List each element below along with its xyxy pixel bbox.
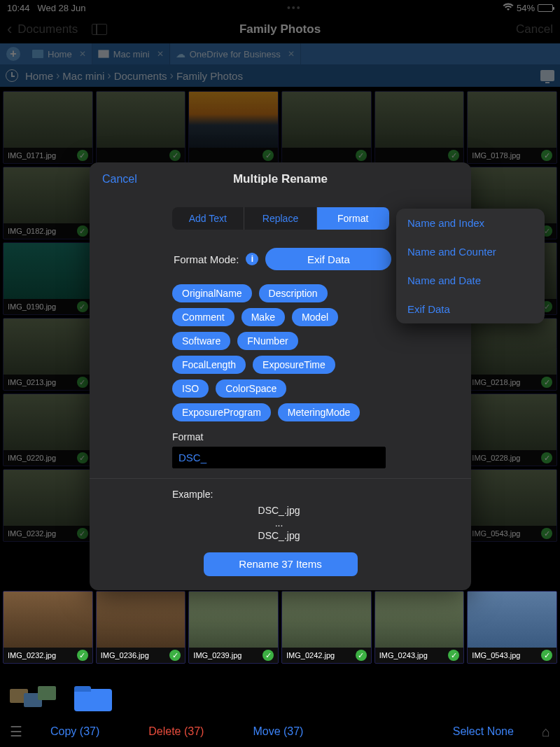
- exif-chip[interactable]: ColorSpace: [216, 379, 286, 398]
- wifi-icon: [503, 3, 514, 13]
- photo-thumbnail[interactable]: IMG_0228.jpg✓: [467, 393, 557, 466]
- segment-replace[interactable]: Replace: [244, 207, 317, 230]
- info-icon[interactable]: i: [246, 253, 258, 265]
- exif-chip[interactable]: Software: [172, 332, 230, 350]
- back-chevron-icon[interactable]: ‹: [7, 20, 12, 39]
- destination-folder-icon[interactable]: [69, 686, 118, 714]
- crumb[interactable]: Family Photos: [176, 70, 243, 82]
- exif-chip[interactable]: Comment: [172, 308, 234, 326]
- selected-check-icon: ✓: [262, 150, 274, 161]
- photo-thumbnail[interactable]: IMG_0232.jpg✓: [3, 591, 93, 664]
- delete-button[interactable]: Delete (37): [148, 725, 204, 738]
- exif-chip[interactable]: ExposureProgram: [172, 403, 271, 421]
- battery-icon: [538, 4, 553, 12]
- popover-option-name-index[interactable]: Name and Index: [396, 209, 545, 237]
- selected-check-icon: ✓: [541, 150, 552, 161]
- new-tab-button[interactable]: +: [0, 43, 27, 64]
- mode-segmented-control: Add Text Replace Format: [172, 207, 389, 230]
- selected-check-icon: ✓: [77, 225, 88, 237]
- chevron-right-icon: ›: [56, 69, 59, 82]
- home-icon[interactable]: ⌂: [542, 724, 550, 740]
- photo-thumbnail[interactable]: ✓: [96, 91, 186, 164]
- crumb[interactable]: Home: [25, 70, 53, 82]
- thumbnail-filename: IMG_0243.jpg: [379, 651, 428, 659]
- back-label[interactable]: Documents: [18, 22, 78, 36]
- photo-thumbnail[interactable]: ✓: [188, 91, 279, 164]
- photo-thumbnail[interactable]: IMG_0213.jpg✓: [3, 318, 93, 391]
- thumbnail-filename: IMG_0182.jpg: [8, 227, 56, 235]
- photo-thumbnail[interactable]: IMG_0236.jpg✓: [96, 591, 186, 664]
- photo-thumbnail[interactable]: IMG_0543.jpg✓: [467, 469, 557, 542]
- crumb[interactable]: Documents: [114, 70, 167, 82]
- selection-stack-icon[interactable]: [10, 686, 59, 714]
- selected-check-icon: ✓: [541, 452, 552, 463]
- close-icon[interactable]: ✕: [157, 49, 164, 59]
- exif-chip[interactable]: OriginalName: [172, 284, 252, 302]
- modal-cancel-button[interactable]: Cancel: [102, 173, 137, 186]
- photo-thumbnail[interactable]: IMG_0220.jpg✓: [3, 393, 93, 466]
- bottom-toolbar: ☰ Copy (37) Delete (37) Move (37) Select…: [0, 684, 560, 747]
- status-time-date: 10:44 Wed 28 Jun: [7, 3, 86, 13]
- example-line: DSC_.jpg: [172, 529, 386, 542]
- popover-option-name-counter[interactable]: Name and Counter: [396, 237, 545, 266]
- photo-grid-row-visible: IMG_0232.jpg✓IMG_0236.jpg✓IMG_0239.jpg✓I…: [3, 591, 557, 666]
- exif-chip[interactable]: ISO: [172, 379, 209, 398]
- selected-check-icon: ✓: [448, 650, 459, 661]
- monitor-icon: [98, 50, 109, 58]
- photo-thumbnail[interactable]: IMG_0218.jpg✓: [467, 318, 557, 391]
- photo-thumbnail[interactable]: ✓: [374, 91, 465, 164]
- photo-thumbnail[interactable]: IMG_0182.jpg✓: [3, 167, 93, 239]
- copy-button[interactable]: Copy (37): [50, 725, 99, 738]
- photo-thumbnail[interactable]: IMG_0543.jpg✓: [467, 591, 557, 664]
- select-none-button[interactable]: Select None: [453, 725, 514, 738]
- segment-add-text[interactable]: Add Text: [172, 207, 245, 230]
- nav-header: ‹ Documents Family Photos Cancel: [0, 15, 560, 43]
- thumbnail-filename: IMG_0232.jpg: [8, 529, 56, 538]
- popover-option-exif-data[interactable]: Exif Data: [396, 295, 545, 323]
- photo-thumbnail[interactable]: IMG_0239.jpg✓: [188, 591, 279, 664]
- tab-label: Mac mini: [113, 49, 150, 60]
- screen-share-icon[interactable]: [540, 70, 554, 81]
- photo-thumbnail[interactable]: IMG_0242.jpg✓: [281, 591, 372, 664]
- page-title: Family Photos: [147, 22, 413, 36]
- photo-thumbnail[interactable]: IMG_0232.jpg✓: [3, 469, 93, 542]
- format-input[interactable]: [172, 447, 386, 468]
- photo-thumbnail[interactable]: IMG_0243.jpg✓: [374, 591, 465, 664]
- exif-chip[interactable]: Make: [241, 308, 285, 326]
- battery-percent: 54%: [517, 3, 535, 13]
- photo-thumbnail[interactable]: IMG_0190.jpg✓: [3, 242, 93, 315]
- menu-icon[interactable]: ☰: [10, 723, 22, 740]
- selected-check-icon: ✓: [541, 528, 552, 539]
- exif-chip[interactable]: FNumber: [237, 332, 298, 350]
- popover-option-name-date[interactable]: Name and Date: [396, 266, 545, 295]
- exif-chip[interactable]: ExposureTime: [253, 356, 335, 374]
- photo-thumbnail[interactable]: ✓: [281, 91, 372, 164]
- modal-title: Multiple Rename: [90, 172, 471, 186]
- rename-button[interactable]: Rename 37 Items: [204, 552, 358, 576]
- close-icon[interactable]: ✕: [79, 49, 86, 59]
- move-button[interactable]: Move (37): [253, 725, 303, 738]
- crumb[interactable]: Mac mini: [62, 70, 104, 82]
- history-icon[interactable]: [6, 69, 18, 82]
- format-field-label: Format: [172, 431, 457, 442]
- exif-chip[interactable]: Model: [292, 308, 338, 326]
- thumbnail-filename: IMG_0178.jpg: [472, 151, 520, 160]
- tab-mac-mini[interactable]: Mac mini ✕: [92, 43, 170, 64]
- close-icon[interactable]: ✕: [288, 49, 295, 59]
- segment-format[interactable]: Format: [317, 207, 389, 230]
- format-mode-selector[interactable]: Exif Data: [265, 248, 391, 270]
- selected-check-icon: ✓: [541, 377, 552, 388]
- thumbnail-filename: IMG_0171.jpg: [8, 151, 56, 160]
- nav-cancel-button[interactable]: Cancel: [516, 22, 553, 36]
- photo-thumbnail[interactable]: IMG_0171.jpg✓: [3, 91, 93, 164]
- exif-chip[interactable]: FocalLength: [172, 356, 246, 374]
- tab-label: OneDrive for Business: [190, 49, 281, 60]
- exif-chip[interactable]: MeteringMode: [278, 403, 360, 421]
- sidebar-toggle-icon[interactable]: [92, 24, 107, 35]
- exif-chip[interactable]: Description: [259, 284, 328, 302]
- chevron-right-icon: ›: [170, 69, 174, 82]
- thumbnail-filename: IMG_0543.jpg: [472, 651, 520, 659]
- tab-home[interactable]: Home ✕: [27, 43, 92, 64]
- photo-thumbnail[interactable]: IMG_0178.jpg✓: [467, 91, 557, 164]
- tab-onedrive[interactable]: ☁ OneDrive for Business ✕: [170, 43, 301, 64]
